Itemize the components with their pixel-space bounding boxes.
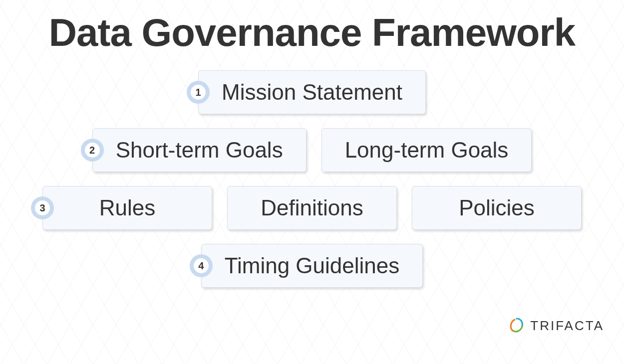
page-title: Data Governance Framework	[15, 10, 609, 55]
brand-logo: TRIFACTA	[508, 317, 604, 334]
row-4: 4 Timing Guidelines	[15, 244, 609, 288]
row-3: 3 Rules Definitions Policies	[15, 186, 609, 230]
badge-1: 1	[187, 81, 210, 104]
card-timing-guidelines-wrap: 4 Timing Guidelines	[201, 244, 423, 288]
card-long-term-goals: Long-term Goals	[321, 128, 532, 172]
row-2: 2 Short-term Goals Long-term Goals	[15, 128, 609, 172]
card-short-term-goals-wrap: 2 Short-term Goals	[92, 128, 307, 172]
badge-2: 2	[81, 139, 104, 162]
card-rules: Rules	[42, 186, 212, 230]
row-1: 1 Mission Statement	[15, 70, 609, 114]
card-mission-statement-wrap: 1 Mission Statement	[198, 70, 426, 114]
brand-name: TRIFACTA	[530, 318, 604, 334]
card-timing-guidelines: Timing Guidelines	[201, 244, 423, 288]
diagram-container: Data Governance Framework 1 Mission Stat…	[0, 0, 624, 312]
card-definitions: Definitions	[227, 186, 397, 230]
card-policies: Policies	[412, 186, 582, 230]
card-mission-statement: Mission Statement	[198, 70, 426, 114]
card-rules-wrap: 3 Rules	[42, 186, 212, 230]
trifacta-icon	[508, 317, 525, 334]
badge-4: 4	[190, 254, 213, 277]
badge-3: 3	[31, 196, 54, 219]
card-short-term-goals: Short-term Goals	[92, 128, 307, 172]
